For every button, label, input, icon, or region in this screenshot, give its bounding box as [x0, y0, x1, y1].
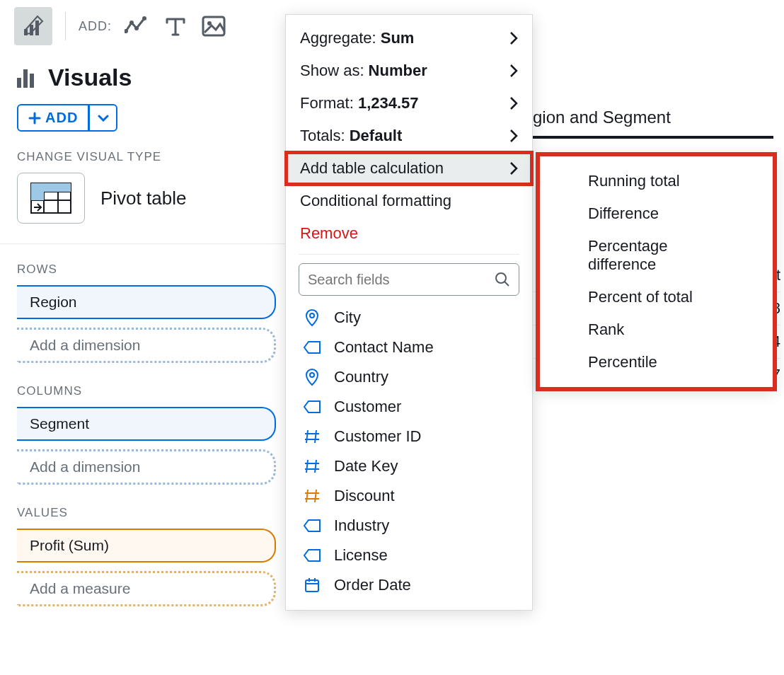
- geo-field-icon: [303, 308, 321, 327]
- svg-line-19: [505, 282, 509, 286]
- panel-title: Visuals: [48, 64, 132, 91]
- visuals-panel: Visuals ADD CHANGE VISUAL TYPE: [0, 50, 290, 628]
- values-field-profit[interactable]: Profit (Sum): [17, 529, 276, 562]
- chart-type-button[interactable]: [14, 7, 52, 45]
- field-item[interactable]: Date Key: [286, 451, 532, 481]
- add-visual-dropdown[interactable]: [89, 104, 117, 132]
- field-item[interactable]: Contact Name: [286, 333, 532, 362]
- menu-conditional-formatting[interactable]: Conditional formatting: [286, 185, 532, 217]
- date-field-icon: [303, 576, 321, 594]
- submenu-item[interactable]: Percentile: [538, 346, 774, 379]
- dim-field-icon: [303, 398, 321, 416]
- field-item-label: Date Key: [334, 457, 398, 475]
- plus-icon: [28, 112, 41, 125]
- chart-title-divider: [533, 136, 773, 139]
- columns-field-segment[interactable]: Segment: [17, 407, 276, 441]
- field-item[interactable]: License: [286, 541, 532, 570]
- menu-aggregate[interactable]: Aggregate: Sum: [286, 22, 532, 54]
- submenu-item[interactable]: Percent of total: [538, 281, 774, 313]
- svg-point-18: [496, 273, 506, 283]
- dim-field-icon: [303, 517, 321, 535]
- submenu-item[interactable]: Running total: [538, 165, 774, 197]
- field-item-label: City: [334, 308, 361, 327]
- num-field-icon: [303, 427, 321, 446]
- pivot-table-icon: [30, 182, 72, 214]
- chevron-right-icon: [509, 129, 518, 143]
- menu-show-as[interactable]: Show as: Number: [286, 54, 532, 87]
- text-icon: [164, 15, 187, 38]
- svg-point-5: [134, 26, 139, 30]
- field-item-label: Customer: [334, 398, 401, 416]
- chevron-right-icon: [509, 31, 518, 45]
- rows-add-dimension-placeholder[interactable]: Add a dimension: [17, 328, 276, 363]
- bar-pencil-icon: [22, 15, 45, 38]
- field-search[interactable]: [299, 263, 519, 296]
- separator: [65, 12, 66, 40]
- field-item[interactable]: Country: [286, 362, 532, 392]
- svg-rect-14: [31, 183, 44, 192]
- values-add-measure-placeholder[interactable]: Add a measure: [17, 571, 276, 606]
- dim-field-icon: [303, 546, 321, 565]
- svg-point-4: [129, 21, 134, 25]
- menu-remove[interactable]: Remove: [286, 217, 532, 250]
- field-item-label: License: [334, 546, 388, 565]
- geo-field-icon: [303, 368, 321, 386]
- add-line-chart-button[interactable]: [125, 13, 150, 39]
- values-label: VALUES: [17, 506, 276, 520]
- image-icon: [202, 16, 226, 37]
- columns-label: COLUMNS: [17, 384, 276, 398]
- caret-down-icon: [98, 115, 109, 122]
- svg-rect-17: [31, 192, 44, 200]
- num-field-icon: [303, 457, 321, 475]
- field-item-label: Discount: [334, 487, 395, 505]
- line-chart-icon: [125, 16, 150, 37]
- field-item[interactable]: Customer: [286, 392, 532, 422]
- svg-rect-16: [58, 183, 71, 192]
- bars-icon: [17, 68, 38, 88]
- menu-add-table-calculation[interactable]: Add table calculation: [286, 152, 532, 185]
- field-item[interactable]: Discount: [286, 481, 532, 511]
- chevron-right-icon: [509, 96, 518, 110]
- svg-point-6: [142, 16, 146, 21]
- add-text-button[interactable]: [163, 13, 188, 39]
- menu-totals[interactable]: Totals: Default: [286, 120, 532, 152]
- field-item[interactable]: Customer ID: [286, 422, 532, 451]
- visual-type-tile[interactable]: [17, 173, 85, 224]
- dim-field-icon: [303, 338, 321, 357]
- svg-point-20: [310, 313, 314, 318]
- rows-field-region[interactable]: Region: [17, 285, 276, 319]
- svg-point-21: [310, 373, 314, 377]
- chevron-right-icon: [509, 64, 518, 78]
- field-search-input[interactable]: [308, 272, 489, 288]
- field-item[interactable]: Order Date: [286, 570, 532, 600]
- add-visual-label: ADD: [45, 110, 78, 126]
- add-visual-button[interactable]: ADD: [17, 104, 89, 132]
- menu-divider: [299, 254, 519, 255]
- field-context-menu: Aggregate: Sum Show as: Number Format: 1…: [285, 14, 533, 611]
- add-image-button[interactable]: [201, 13, 226, 39]
- search-icon: [495, 272, 510, 287]
- menu-format[interactable]: Format: 1,234.57: [286, 87, 532, 120]
- add-label: ADD:: [79, 19, 112, 34]
- numorange-field-icon: [303, 487, 321, 505]
- field-item-label: Contact Name: [334, 338, 434, 357]
- divider: [0, 243, 293, 244]
- field-item-label: Country: [334, 368, 388, 386]
- visual-type-name: Pivot table: [100, 188, 186, 209]
- field-item[interactable]: City: [286, 303, 532, 333]
- rows-label: ROWS: [17, 262, 276, 277]
- field-item[interactable]: Industry: [286, 511, 532, 541]
- svg-rect-15: [44, 183, 58, 192]
- table-calculation-submenu: Running totalDifferencePercentage differ…: [538, 154, 775, 389]
- field-item-label: Industry: [334, 517, 389, 535]
- field-item-label: Customer ID: [334, 427, 421, 446]
- svg-rect-22: [306, 580, 318, 592]
- submenu-item[interactable]: Difference: [538, 197, 774, 230]
- chevron-right-icon: [509, 161, 518, 175]
- columns-add-dimension-placeholder[interactable]: Add a dimension: [17, 449, 276, 485]
- submenu-item[interactable]: Rank: [538, 313, 774, 346]
- field-item-label: Order Date: [334, 576, 411, 594]
- submenu-item[interactable]: Percentage difference: [538, 230, 774, 281]
- change-visual-type-label: CHANGE VISUAL TYPE: [17, 150, 276, 164]
- chart-title-fragment: gion and Segment: [533, 106, 780, 136]
